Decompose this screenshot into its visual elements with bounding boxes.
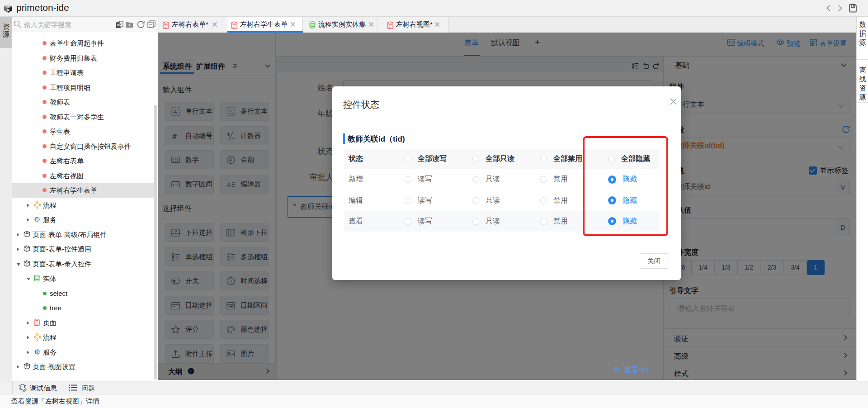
svg-text:x: x (120, 23, 122, 26)
svg-text:in: in (117, 23, 120, 26)
